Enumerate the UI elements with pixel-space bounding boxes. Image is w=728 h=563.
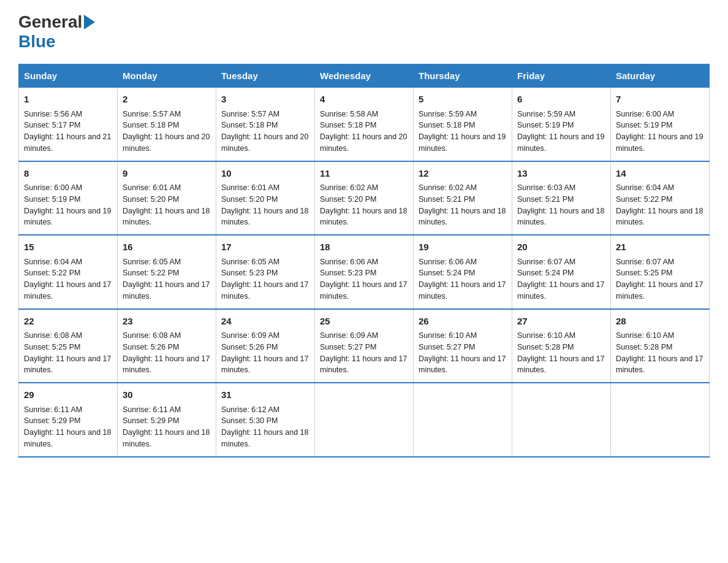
day-number: 13: [517, 167, 605, 181]
day-number: 11: [320, 167, 408, 181]
sunset-info: Sunset: 5:28 PM: [517, 342, 605, 353]
daylight-info: Daylight: 11 hours and 20 minutes.: [123, 131, 211, 155]
calendar-cell: 20Sunrise: 6:07 AMSunset: 5:24 PMDayligh…: [512, 235, 611, 309]
day-number: 31: [221, 388, 309, 402]
sunset-info: Sunset: 5:22 PM: [616, 194, 704, 205]
calendar-week-row: 1Sunrise: 5:56 AMSunset: 5:17 PMDaylight…: [19, 88, 710, 161]
sunrise-info: Sunrise: 6:04 AM: [616, 182, 704, 194]
sunrise-info: Sunrise: 6:09 AM: [221, 330, 309, 342]
calendar-cell: 8Sunrise: 6:00 AMSunset: 5:19 PMDaylight…: [19, 161, 118, 236]
calendar-cell: 3Sunrise: 5:57 AMSunset: 5:18 PMDaylight…: [216, 88, 315, 161]
sunset-info: Sunset: 5:29 PM: [24, 415, 112, 427]
daylight-info: Daylight: 11 hours and 17 minutes.: [419, 353, 507, 377]
calendar-cell: 31Sunrise: 6:12 AMSunset: 5:30 PMDayligh…: [216, 383, 315, 457]
calendar-cell: 11Sunrise: 6:02 AMSunset: 5:20 PMDayligh…: [315, 161, 414, 236]
calendar-cell: 18Sunrise: 6:06 AMSunset: 5:23 PMDayligh…: [315, 235, 414, 309]
calendar-cell: 1Sunrise: 5:56 AMSunset: 5:17 PMDaylight…: [19, 88, 118, 161]
daylight-info: Daylight: 11 hours and 18 minutes.: [24, 427, 112, 450]
sunrise-info: Sunrise: 6:09 AM: [320, 330, 408, 342]
calendar-week-row: 15Sunrise: 6:04 AMSunset: 5:22 PMDayligh…: [19, 235, 710, 309]
day-number: 21: [616, 240, 704, 255]
sunset-info: Sunset: 5:22 PM: [24, 267, 112, 279]
day-number: 29: [24, 388, 112, 402]
sunrise-info: Sunrise: 6:10 AM: [517, 330, 605, 342]
calendar-cell: [315, 383, 414, 457]
daylight-info: Daylight: 11 hours and 18 minutes.: [320, 205, 408, 229]
sunset-info: Sunset: 5:18 PM: [221, 120, 309, 131]
calendar-cell: [414, 383, 512, 457]
calendar-cell: 27Sunrise: 6:10 AMSunset: 5:28 PMDayligh…: [512, 309, 611, 383]
daylight-info: Daylight: 11 hours and 17 minutes.: [221, 353, 309, 377]
calendar-cell: 17Sunrise: 6:05 AMSunset: 5:23 PMDayligh…: [216, 235, 315, 309]
day-number: 16: [123, 240, 211, 255]
daylight-info: Daylight: 11 hours and 17 minutes.: [419, 279, 507, 302]
calendar-cell: 14Sunrise: 6:04 AMSunset: 5:22 PMDayligh…: [611, 161, 710, 236]
calendar-header-row: SundayMondayTuesdayWednesdayThursdayFrid…: [19, 64, 710, 88]
header-tuesday: Tuesday: [216, 64, 315, 88]
sunrise-info: Sunrise: 5:56 AM: [24, 109, 112, 120]
calendar-cell: 15Sunrise: 6:04 AMSunset: 5:22 PMDayligh…: [19, 235, 118, 309]
day-number: 14: [616, 167, 704, 181]
calendar-cell: 16Sunrise: 6:05 AMSunset: 5:22 PMDayligh…: [118, 235, 216, 309]
sunrise-info: Sunrise: 5:59 AM: [517, 109, 605, 120]
day-number: 5: [419, 93, 507, 107]
calendar-cell: 30Sunrise: 6:11 AMSunset: 5:29 PMDayligh…: [118, 383, 216, 457]
sunrise-info: Sunrise: 6:00 AM: [616, 109, 704, 120]
calendar-cell: 26Sunrise: 6:10 AMSunset: 5:27 PMDayligh…: [414, 309, 512, 383]
daylight-info: Daylight: 11 hours and 17 minutes.: [24, 353, 112, 377]
sunset-info: Sunset: 5:27 PM: [419, 342, 507, 353]
sunrise-info: Sunrise: 6:07 AM: [517, 256, 605, 268]
calendar-cell: 10Sunrise: 6:01 AMSunset: 5:20 PMDayligh…: [216, 161, 315, 236]
header-monday: Monday: [118, 64, 216, 88]
page-header: General Blue: [18, 12, 710, 52]
daylight-info: Daylight: 11 hours and 17 minutes.: [221, 279, 309, 302]
sunrise-info: Sunrise: 5:58 AM: [320, 109, 408, 120]
day-number: 24: [221, 315, 309, 329]
daylight-info: Daylight: 11 hours and 17 minutes.: [24, 279, 112, 302]
sunset-info: Sunset: 5:19 PM: [616, 120, 704, 131]
day-number: 23: [123, 315, 211, 329]
sunset-info: Sunset: 5:20 PM: [221, 194, 309, 205]
sunset-info: Sunset: 5:26 PM: [123, 342, 211, 353]
daylight-info: Daylight: 11 hours and 17 minutes.: [123, 353, 211, 377]
calendar-cell: [611, 383, 710, 457]
sunrise-info: Sunrise: 6:06 AM: [320, 256, 408, 268]
daylight-info: Daylight: 11 hours and 17 minutes.: [616, 353, 704, 377]
calendar-week-row: 29Sunrise: 6:11 AMSunset: 5:29 PMDayligh…: [19, 383, 710, 457]
sunrise-info: Sunrise: 6:05 AM: [221, 256, 309, 268]
header-saturday: Saturday: [611, 64, 710, 88]
sunrise-info: Sunrise: 6:06 AM: [419, 256, 507, 268]
sunrise-info: Sunrise: 6:01 AM: [123, 182, 211, 194]
sunset-info: Sunset: 5:19 PM: [24, 194, 112, 205]
sunset-info: Sunset: 5:23 PM: [320, 267, 408, 279]
sunrise-info: Sunrise: 6:08 AM: [24, 330, 112, 342]
calendar-cell: 22Sunrise: 6:08 AMSunset: 5:25 PMDayligh…: [19, 309, 118, 383]
sunrise-info: Sunrise: 6:02 AM: [419, 182, 507, 194]
sunset-info: Sunset: 5:26 PM: [221, 342, 309, 353]
daylight-info: Daylight: 11 hours and 19 minutes.: [24, 205, 112, 229]
calendar-cell: 13Sunrise: 6:03 AMSunset: 5:21 PMDayligh…: [512, 161, 611, 236]
calendar-cell: 29Sunrise: 6:11 AMSunset: 5:29 PMDayligh…: [19, 383, 118, 457]
sunrise-info: Sunrise: 6:11 AM: [24, 404, 112, 416]
sunrise-info: Sunrise: 5:59 AM: [419, 109, 507, 120]
day-number: 3: [221, 93, 309, 107]
sunrise-info: Sunrise: 6:07 AM: [616, 256, 704, 268]
calendar-cell: 25Sunrise: 6:09 AMSunset: 5:27 PMDayligh…: [315, 309, 414, 383]
day-number: 9: [123, 167, 211, 181]
sunset-info: Sunset: 5:18 PM: [123, 120, 211, 131]
daylight-info: Daylight: 11 hours and 19 minutes.: [616, 131, 704, 155]
day-number: 19: [419, 240, 507, 255]
sunset-info: Sunset: 5:22 PM: [123, 267, 211, 279]
calendar-cell: 19Sunrise: 6:06 AMSunset: 5:24 PMDayligh…: [414, 235, 512, 309]
sunrise-info: Sunrise: 6:11 AM: [123, 404, 211, 416]
day-number: 25: [320, 315, 408, 329]
calendar-cell: 28Sunrise: 6:10 AMSunset: 5:28 PMDayligh…: [611, 309, 710, 383]
day-number: 7: [616, 93, 704, 107]
sunset-info: Sunset: 5:27 PM: [320, 342, 408, 353]
sunset-info: Sunset: 5:25 PM: [24, 342, 112, 353]
daylight-info: Daylight: 11 hours and 17 minutes.: [320, 353, 408, 377]
day-number: 18: [320, 240, 408, 255]
daylight-info: Daylight: 11 hours and 18 minutes.: [123, 205, 211, 229]
daylight-info: Daylight: 11 hours and 18 minutes.: [123, 427, 211, 450]
calendar-cell: 23Sunrise: 6:08 AMSunset: 5:26 PMDayligh…: [118, 309, 216, 383]
